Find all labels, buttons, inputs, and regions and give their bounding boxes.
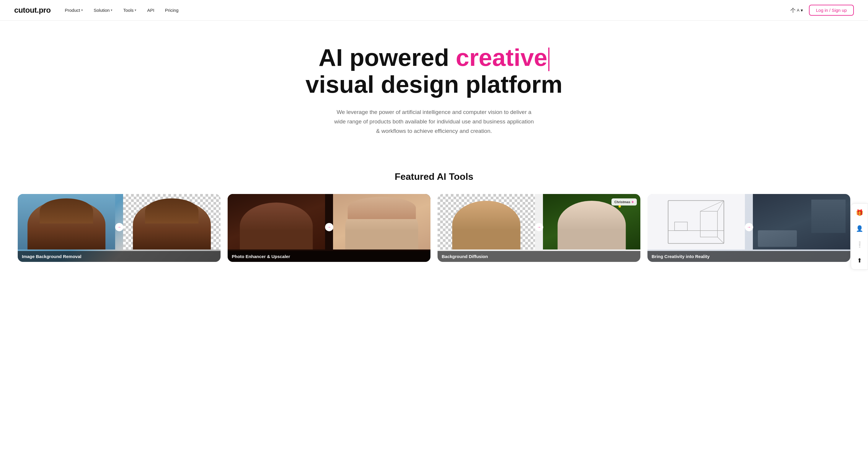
tool-label-enhancer: Photo Enhancer & Upscaler — [228, 251, 430, 262]
nav-pricing[interactable]: Pricing — [165, 8, 179, 13]
after-bright — [333, 194, 430, 250]
card-inner: Christmas + → Background Diffusion — [438, 194, 640, 262]
featured-section: Featured AI Tools → Image Background Rem… — [0, 171, 868, 280]
nav-tools[interactable]: Tools ▾ — [123, 8, 136, 13]
chevron-down-icon: ▾ — [135, 8, 136, 12]
nav-right: 个 A ▾ Log in / Sign up — [790, 5, 854, 15]
login-button[interactable]: Log in / Sign up — [809, 5, 854, 15]
nav-product[interactable]: Product ▾ — [65, 8, 83, 13]
christmas-badge: Christmas + — [612, 198, 637, 206]
ornament — [619, 205, 621, 208]
bookshelf — [811, 199, 845, 233]
language-button[interactable]: 个 A ▾ — [790, 7, 803, 14]
sofa — [758, 230, 797, 247]
translate-icon: 个 — [790, 7, 796, 14]
svg-line-6 — [718, 237, 724, 243]
hero-subtitle: We leverage the power of artificial inte… — [334, 107, 534, 136]
tool-card-bg-removal[interactable]: → Image Background Removal — [18, 194, 221, 262]
nav-api[interactable]: API — [147, 8, 154, 13]
svg-rect-3 — [700, 211, 717, 237]
tool-label-bg-removal: Image Background Removal — [18, 251, 221, 262]
baby-bright — [558, 201, 626, 250]
chevron-down-icon: ▾ — [801, 8, 803, 13]
nav-links: Product ▾ Solution ▾ Tools ▾ API Pricing — [65, 8, 179, 13]
sketch-side — [647, 194, 745, 250]
before-transparent — [438, 194, 535, 250]
tool-card-diffusion[interactable]: Christmas + → Background Diffusion — [438, 194, 640, 262]
featured-title: Featured AI Tools — [18, 171, 850, 182]
upload-icon[interactable]: ⬆ — [854, 255, 865, 266]
before-dark — [228, 194, 325, 250]
hero-title: AI powered creative visual design platfo… — [269, 44, 599, 98]
tool-card-creativity[interactable]: → Bring Creativity into Reality — [647, 194, 850, 262]
cursor-blink — [548, 48, 550, 71]
card-inner: → Photo Enhancer & Upscaler — [228, 194, 430, 262]
avatar-icon[interactable]: 👤 — [854, 223, 865, 234]
hair-shape — [39, 198, 93, 223]
logo[interactable]: cutout.pro — [14, 6, 51, 15]
gift-icon[interactable]: 🎁 — [854, 207, 865, 218]
card-inner: → Bring Creativity into Reality — [647, 194, 850, 262]
before-image — [18, 194, 115, 250]
svg-rect-2 — [675, 222, 688, 230]
face-dark — [240, 202, 313, 250]
hair-shape-result — [145, 198, 198, 223]
main-nav: cutout.pro Product ▾ Solution ▾ Tools ▾ … — [0, 0, 868, 21]
plus-icon: + — [631, 199, 634, 204]
arrow-icon: → — [115, 223, 123, 231]
arrow-icon: → — [535, 223, 543, 231]
tool-label-creativity: Bring Creativity into Reality — [647, 251, 850, 262]
card-inner: → Image Background Removal — [18, 194, 221, 262]
alert-icon[interactable]: ❕ — [854, 239, 865, 250]
hair-bright — [348, 197, 416, 219]
svg-line-4 — [700, 200, 724, 211]
tool-label-diffusion: Background Diffusion — [438, 251, 640, 262]
room-sketch — [652, 198, 740, 246]
after-image-transparent — [123, 194, 221, 250]
baby-shape — [452, 201, 520, 250]
chevron-down-icon: ▾ — [111, 8, 113, 12]
tools-grid: → Image Background Removal → — [18, 194, 850, 262]
chevron-down-icon: ▾ — [81, 8, 83, 12]
sidebar-right: 🎁 👤 ❕ ⬆ — [851, 203, 868, 270]
tool-card-enhancer[interactable]: → Photo Enhancer & Upscaler — [228, 194, 430, 262]
hero-section: AI powered creative visual design platfo… — [257, 21, 611, 171]
arrow-icon: → — [745, 223, 753, 231]
nav-solution[interactable]: Solution ▾ — [94, 8, 113, 13]
realistic-room — [753, 194, 850, 250]
arrow-icon: → — [325, 223, 333, 231]
